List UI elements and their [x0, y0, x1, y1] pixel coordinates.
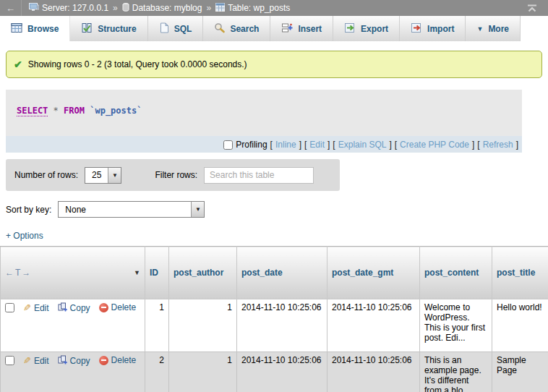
sort-select-value: None: [59, 202, 191, 217]
structure-icon: [81, 22, 93, 35]
bracket: [: [270, 140, 273, 150]
inline-link[interactable]: Inline: [275, 140, 296, 150]
cell-id: 1: [145, 299, 169, 352]
column-marker-icon[interactable]: ←T→: [5, 268, 32, 278]
breadcrumb: Server: 127.0.0.1 » Database: myblog » T…: [29, 3, 290, 14]
pencil-icon: ✎: [23, 355, 31, 366]
profiling-checkbox[interactable]: [223, 140, 233, 150]
sort-options-arrow-icon[interactable]: ▼: [134, 269, 140, 276]
column-header-id[interactable]: ID: [145, 247, 169, 299]
column-header-post-date-gmt[interactable]: post_date_gmt: [327, 247, 420, 299]
collapse-console-icon[interactable]: [526, 4, 538, 13]
bracket: [: [477, 140, 479, 150]
options-toggle-link[interactable]: + Options: [6, 231, 43, 241]
tab-search[interactable]: Search: [203, 16, 270, 41]
sql-keyword-select[interactable]: SELECT: [17, 106, 48, 116]
delete-row-link[interactable]: Delete: [99, 302, 137, 312]
database-icon: [122, 3, 129, 14]
row-checkbox[interactable]: [5, 303, 14, 312]
filter-rows-input[interactable]: [204, 167, 314, 184]
copy-label: Copy: [70, 303, 90, 313]
database-crumb[interactable]: Database: myblog: [122, 3, 202, 14]
copy-icon: [58, 302, 67, 314]
cell-id: 2: [145, 352, 169, 392]
sql-table-ref: `wp_posts`: [90, 106, 142, 116]
sql-query-links: Profiling [ Inline ] [ Edit ] [ Explain …: [6, 136, 522, 153]
explain-sql-link[interactable]: Explain SQL: [338, 140, 387, 150]
breadcrumb-separator: »: [206, 3, 211, 13]
tab-export[interactable]: Export: [333, 16, 400, 41]
table-row: ✎ Edit Copy Delete 1 1 2014-11-10 10:25:…: [1, 299, 548, 352]
cell-post-date: 2014-11-10 10:25:06: [237, 299, 327, 352]
bracket: ]: [327, 140, 330, 150]
server-crumb[interactable]: Server: 127.0.0.1: [29, 3, 108, 14]
cell-post-content: This is an example page. It's different …: [420, 352, 492, 392]
row-checkbox[interactable]: [5, 356, 14, 365]
refresh-link[interactable]: Refresh: [483, 140, 513, 150]
delete-label: Delete: [111, 355, 137, 365]
sort-row: Sort by key: None ▼: [6, 201, 548, 218]
cell-post-date-gmt: 2014-11-10 10:25:06: [327, 299, 420, 352]
tab-label: Export: [361, 24, 388, 34]
browse-icon: [11, 22, 22, 35]
copy-icon: [58, 355, 67, 367]
create-php-code-link[interactable]: Create PHP Code: [400, 140, 469, 150]
sort-label: Sort by key:: [6, 205, 51, 215]
dropdown-arrow-icon: ▼: [191, 202, 204, 217]
table-icon: [215, 3, 225, 14]
delete-icon: [99, 303, 108, 312]
import-icon: [411, 22, 422, 35]
tab-label: Search: [230, 24, 259, 34]
sql-keyword-from: FROM: [64, 106, 85, 116]
edit-row-link[interactable]: ✎ Edit: [23, 302, 49, 313]
column-header-post-content[interactable]: post_content: [420, 247, 492, 299]
delete-label: Delete: [111, 302, 137, 312]
edit-label: Edit: [34, 356, 49, 366]
success-message: ✔ Showing rows 0 - 2 (3 total, Query too…: [6, 51, 542, 78]
tab-browse[interactable]: Browse: [0, 16, 70, 41]
pencil-icon: ✎: [23, 302, 31, 313]
bracket: ]: [516, 140, 518, 150]
filter-label: Filter rows:: [155, 170, 197, 180]
tab-label: Structure: [98, 24, 136, 34]
number-of-rows-select[interactable]: 25 ▼: [85, 167, 121, 184]
table-crumb[interactable]: Table: wp_posts: [215, 3, 290, 14]
copy-row-link[interactable]: Copy: [58, 302, 90, 314]
tab-label: More: [488, 24, 509, 34]
tab-sql[interactable]: SQL: [148, 16, 204, 41]
edit-query-link[interactable]: Edit: [309, 140, 325, 150]
rows-label: Number of rows:: [14, 170, 78, 180]
bracket: [: [333, 140, 335, 150]
tab-label: Browse: [27, 24, 59, 34]
header-row: ←T→ ▼ ID post_author post_date post_date…: [1, 247, 548, 299]
database-label: Database: myblog: [132, 3, 202, 13]
delete-row-link[interactable]: Delete: [99, 355, 137, 365]
edit-row-link[interactable]: ✎ Edit: [23, 355, 49, 366]
tab-import[interactable]: Import: [400, 16, 466, 41]
tab-label: Insert: [298, 24, 322, 34]
cell-post-title: Hello world!: [492, 299, 548, 352]
dropdown-arrow-icon: ▼: [108, 168, 121, 183]
cell-post-date: 2014-11-10 10:25:06: [237, 352, 327, 392]
profiling-text: Profiling: [236, 140, 267, 150]
copy-row-link[interactable]: Copy: [58, 355, 90, 367]
cell-post-date-gmt: 2014-11-10 10:25:06: [327, 352, 420, 392]
bracket: ]: [299, 140, 301, 150]
column-header-post-title[interactable]: post_title: [492, 247, 548, 299]
sql-star: *: [53, 106, 59, 116]
cell-post-author: 1: [169, 352, 237, 392]
tab-structure[interactable]: Structure: [70, 16, 147, 41]
tab-insert[interactable]: Insert: [270, 16, 333, 41]
column-header-post-author[interactable]: post_author: [169, 247, 237, 299]
table-label: Table: wp_posts: [228, 3, 290, 13]
table-row: ✎ Edit Copy Delete 2 1 2014-11-10 10:25:…: [1, 352, 548, 392]
copy-label: Copy: [70, 356, 90, 366]
export-icon: [344, 22, 356, 35]
server-icon: [29, 3, 39, 14]
tab-more[interactable]: ▼ More: [466, 16, 521, 41]
action-column-header[interactable]: ←T→ ▼: [1, 247, 145, 299]
back-button[interactable]: ←: [0, 0, 22, 16]
server-label: Server: 127.0.0.1: [42, 3, 108, 13]
column-header-post-date[interactable]: post_date: [237, 247, 327, 299]
sort-by-key-select[interactable]: None ▼: [58, 201, 205, 218]
